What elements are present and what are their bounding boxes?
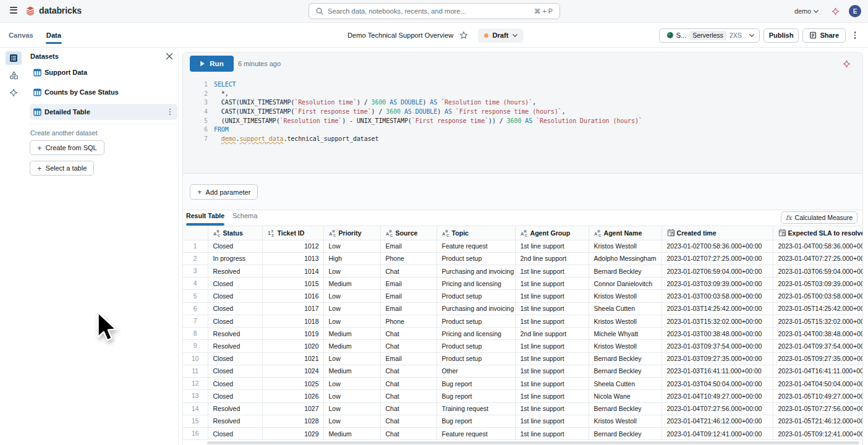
cell-status: Resolved [208, 265, 262, 277]
favorite-star-icon[interactable] [459, 31, 468, 40]
run-button[interactable]: Run [190, 56, 234, 72]
cell-priority: Low [323, 265, 380, 277]
cell-topic: Product setup [436, 340, 515, 352]
svg-text:C: C [598, 234, 602, 237]
global-search-input[interactable]: Search data, notebooks, recents, and mor… [308, 3, 560, 19]
cell-ticket-id: 1014 [262, 265, 323, 277]
code-line-5: 5 (UNIX_TIMESTAMP(`Resolution time`) - U… [183, 117, 862, 126]
cell-created-time: 2023-01-03T00:38:48.000+00:00 [662, 328, 773, 340]
tab-data[interactable]: Data [46, 23, 61, 48]
horizontal-scrollbar[interactable] [207, 441, 859, 444]
assistant-sparkle-icon[interactable] [832, 7, 840, 15]
column-header-expected-sla-to-resolve[interactable]: Expected SLA to resolve [773, 226, 862, 240]
cell-agent-group: 1st line support [515, 415, 589, 427]
tab-schema[interactable]: Schema [232, 212, 257, 219]
table-row: 11Closed1024MediumChatOther1st line supp… [183, 365, 862, 377]
row-number: 2 [183, 252, 208, 265]
rail-datasets-button[interactable] [6, 51, 22, 65]
dataset-item-label: Counts by Case Status [45, 88, 174, 96]
compute-status-dot [667, 32, 673, 38]
dataset-item-counts-by-case-status[interactable]: Counts by Case Status [30, 84, 177, 100]
cell-agent-group: 1st line support [515, 302, 589, 315]
svg-text:C: C [218, 234, 221, 237]
row-number: 14 [183, 402, 208, 415]
create-from-sql-button[interactable]: + Create from SQL [30, 140, 104, 155]
cell-topic: Bug report [436, 390, 515, 402]
dataset-item-support-data[interactable]: Support Data [30, 64, 177, 80]
row-number: 10 [183, 352, 208, 365]
add-parameter-button[interactable]: + Add parameter [190, 184, 258, 200]
column-header-status[interactable]: A B CStatus [208, 226, 262, 240]
workspace-dropdown[interactable]: demo [794, 7, 819, 15]
cell-agent-name: Bernard Beckley [589, 402, 662, 415]
page-title: Demo Technical Support Overview [347, 32, 453, 39]
publish-status-dropdown[interactable]: Draft [478, 28, 523, 43]
cell-status: Resolved [208, 328, 262, 340]
cell-topic: Training request [436, 402, 515, 415]
sql-code-editor[interactable]: 1SELECT2 *,3 CAST(UNIX_TIMESTAMP(`Resolu… [183, 80, 862, 144]
cell-agent-name: Kristos Westoll [589, 290, 662, 302]
databricks-logo[interactable]: databricks [26, 6, 82, 15]
column-header-ticket-id[interactable]: 1 2 3Ticket ID [262, 226, 323, 240]
cell-priority: Medium [323, 428, 380, 440]
cell-source: Chat [380, 328, 436, 340]
hamburger-menu-icon[interactable] [10, 7, 17, 14]
compute-selector[interactable]: S... Serverless 2XS [659, 28, 760, 43]
cell-agent-name: Bernard Beckley [589, 365, 662, 377]
svg-text:C: C [446, 234, 449, 237]
more-options-kebab[interactable] [851, 28, 859, 43]
topbar-actions: demo E [794, 0, 861, 22]
cell-ticket-id: 1012 [262, 240, 323, 252]
cell-status: Resolved [208, 415, 262, 427]
dataset-editor-card: Run 6 minutes ago 1SELECT2 *,3 CAST(UNIX… [182, 52, 863, 445]
tab-canvas[interactable]: Canvas [9, 23, 33, 48]
cell-created-time: 2023-01-03T03:09:39.000+00:00 [662, 278, 773, 290]
code-text: CAST(UNIX_TIMESTAMP(`First response time… [208, 108, 565, 117]
svg-text:C: C [333, 234, 336, 237]
select-a-table-button[interactable]: + Select a table [30, 161, 94, 176]
run-label: Run [210, 60, 223, 67]
cell-agent-name: Kristos Westoll [589, 240, 662, 252]
share-button[interactable]: Share [802, 28, 846, 43]
string-type-icon: A B C [213, 229, 221, 237]
share-icon [809, 32, 817, 39]
close-panel-icon[interactable] [165, 52, 174, 61]
code-line-7: 7 demo.support_data.technical_support_da… [183, 135, 862, 144]
column-header-topic[interactable]: A B CTopic [436, 226, 515, 240]
dataset-item-detailed-table[interactable]: Detailed Table [30, 104, 177, 120]
column-header-created-time[interactable]: Created time [662, 226, 773, 240]
svg-text:C: C [525, 234, 528, 237]
last-run-time: 6 minutes ago [238, 60, 281, 67]
column-header-agent-group[interactable]: A B CAgent Group [515, 226, 589, 240]
column-header-source[interactable]: A B CSource [380, 226, 436, 240]
tab-result-table[interactable]: Result Table [186, 212, 224, 219]
search-icon [316, 7, 323, 15]
plus-icon: + [197, 188, 202, 196]
cell-source: Email [380, 240, 436, 252]
cell-topic: Purchasing and invoicing [436, 265, 515, 277]
editor-assistant-sparkle-icon[interactable] [843, 60, 851, 68]
title-area: Demo Technical Support Overview Draft [347, 23, 524, 48]
cell-priority: Low [323, 415, 380, 427]
avatar[interactable]: E [849, 5, 861, 17]
row-number-header [183, 226, 208, 240]
dataset-item-kebab[interactable] [166, 109, 174, 116]
column-header-priority[interactable]: A B CPriority [323, 226, 380, 240]
cell-agent-name: Sheela Cutten [589, 302, 662, 315]
cell-agent-name: Bernard Beckley [589, 265, 662, 277]
publish-button[interactable]: Publish [764, 28, 799, 43]
calculated-measure-button[interactable]: fx Calculated Measure [781, 211, 857, 224]
rail-assistant-button[interactable] [6, 86, 22, 100]
svg-text:B: B [597, 229, 600, 233]
column-header-label: Priority [339, 229, 362, 237]
rail-widgets-button[interactable] [6, 69, 22, 82]
column-header-agent-name[interactable]: A B CAgent Name [589, 226, 662, 240]
string-type-icon: A B C [386, 229, 394, 237]
cell-source: Phone [380, 315, 436, 327]
cell-priority: Low [323, 302, 380, 315]
cell-created-time: 2023-01-02T06:59:04.000+00:00 [662, 265, 773, 277]
cell-priority: Medium [323, 340, 380, 352]
cell-topic: Product setup [436, 252, 515, 265]
table-row: 9Resolved1020MediumChatProduct setup1st … [183, 340, 862, 352]
datasets-panel-title: Datasets [30, 53, 59, 60]
